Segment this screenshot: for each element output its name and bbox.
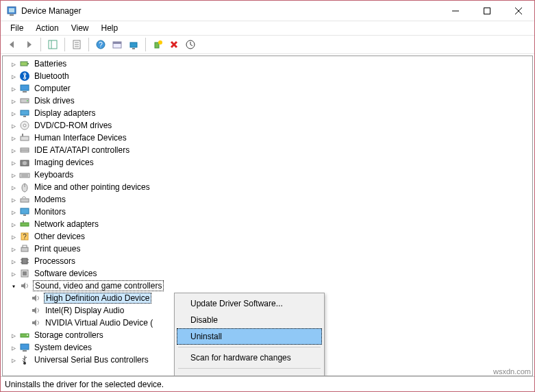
ctx-disable[interactable]: Disable <box>177 312 322 328</box>
close-button[interactable] <box>503 1 534 21</box>
tree-item-hid[interactable]: ▷Human Interface Devices <box>3 132 532 144</box>
tree-item-batteries[interactable]: ▷Batteries <box>3 58 532 70</box>
menu-action[interactable]: Action <box>30 22 64 34</box>
tree-item-processors[interactable]: ▷Processors <box>3 255 532 267</box>
menu-view[interactable]: View <box>66 22 95 34</box>
add-legacy-hardware-button[interactable] <box>150 37 165 52</box>
chevron-down-icon[interactable]: ▾ <box>8 282 19 290</box>
svg-rect-44 <box>21 199 29 202</box>
tree-item-disk-drives[interactable]: ▷Disk drives <box>3 95 532 107</box>
chevron-right-icon[interactable]: ▷ <box>8 159 19 167</box>
chevron-right-icon[interactable]: ▷ <box>8 332 19 339</box>
chevron-right-icon[interactable]: ▷ <box>8 208 19 216</box>
svg-rect-46 <box>23 215 26 216</box>
uninstall-button[interactable] <box>166 37 182 52</box>
svg-rect-51 <box>21 247 28 252</box>
software-device-icon <box>19 268 30 279</box>
tree-item-label: Imaging devices <box>33 158 95 167</box>
tree-item-software-devices[interactable]: ▷Software devices <box>3 267 532 280</box>
chevron-right-icon[interactable]: ▷ <box>8 196 19 204</box>
tree-item-mice[interactable]: ▷Mice and other pointing devices <box>3 181 532 193</box>
svg-rect-23 <box>27 63 29 64</box>
scan-hardware-button[interactable] <box>126 37 141 52</box>
chevron-right-icon[interactable]: ▷ <box>8 171 19 179</box>
chevron-right-icon[interactable]: ▷ <box>8 344 19 352</box>
menubar: File Action View Help <box>1 21 534 35</box>
tree-item-ide[interactable]: ▷IDE ATA/ATAPI controllers <box>3 144 532 156</box>
chevron-right-icon[interactable]: ▷ <box>8 356 19 364</box>
chevron-right-icon[interactable]: ▷ <box>8 258 19 265</box>
svg-point-28 <box>27 100 28 101</box>
tree-item-other[interactable]: ▷?Other devices <box>3 230 532 243</box>
svg-rect-52 <box>23 245 27 247</box>
chevron-right-icon[interactable]: ▷ <box>8 97 19 105</box>
chevron-right-icon[interactable]: ▷ <box>8 73 19 80</box>
svg-rect-48 <box>23 221 24 223</box>
ctx-update-driver[interactable]: Update Driver Software... <box>177 295 322 312</box>
chevron-right-icon[interactable]: ▷ <box>8 221 19 228</box>
properties-button[interactable] <box>69 37 84 52</box>
ide-icon <box>19 145 30 156</box>
svg-rect-19 <box>155 42 159 48</box>
keyboard-icon <box>19 169 30 180</box>
tree-item-label: NVIDIA Virtual Audio Device ( <box>44 318 154 328</box>
chevron-right-icon[interactable]: ▷ <box>8 110 19 117</box>
forward-button[interactable] <box>21 37 36 52</box>
menu-help[interactable]: Help <box>96 22 124 34</box>
tree-item-label: IDE ATA/ATAPI controllers <box>33 145 131 155</box>
help-button[interactable]: ? <box>93 37 108 52</box>
other-device-icon: ? <box>19 231 30 242</box>
tree-item-label: Disk drives <box>33 96 76 106</box>
toolbar-separator <box>64 38 65 51</box>
hid-icon <box>19 132 30 143</box>
tree-item-sound[interactable]: ▾Sound, video and game controllers <box>3 280 532 292</box>
svg-point-61 <box>27 334 28 336</box>
statusbar: Uninstalls the driver for the selected d… <box>1 376 534 391</box>
speaker-icon <box>30 293 41 304</box>
tree-item-print-queues[interactable]: ▷Print queues <box>3 243 532 255</box>
ctx-properties[interactable]: Properties <box>177 371 322 376</box>
svg-rect-47 <box>21 223 29 226</box>
svg-rect-25 <box>21 85 29 90</box>
back-button[interactable] <box>5 37 20 52</box>
tree-item-network[interactable]: ▷Network adapters <box>3 218 532 230</box>
tree-item-computer[interactable]: ▷Computer <box>3 82 532 95</box>
svg-point-64 <box>23 362 26 365</box>
ctx-separator <box>178 347 321 347</box>
menu-file[interactable]: File <box>5 22 29 34</box>
tree-item-label: Bluetooth <box>33 71 71 81</box>
chevron-right-icon[interactable]: ▷ <box>8 122 19 130</box>
svg-rect-26 <box>23 91 27 93</box>
tree-item-keyboards[interactable]: ▷Keyboards <box>3 169 532 181</box>
monitor-icon <box>19 206 30 217</box>
toolbar-button-1[interactable] <box>110 37 125 52</box>
chevron-right-icon[interactable]: ▷ <box>8 85 19 93</box>
tree-item-display-adapters[interactable]: ▷Display adapters <box>3 107 532 119</box>
usb-icon <box>19 354 30 365</box>
speaker-icon <box>30 317 41 328</box>
chevron-right-icon[interactable]: ▷ <box>8 134 19 142</box>
chevron-right-icon[interactable]: ▷ <box>8 184 19 191</box>
chevron-right-icon[interactable]: ▷ <box>8 147 19 154</box>
ctx-uninstall[interactable]: Uninstall <box>177 328 322 345</box>
display-adapter-icon <box>19 108 30 119</box>
chevron-right-icon[interactable]: ▷ <box>8 245 19 253</box>
svg-rect-33 <box>21 136 29 140</box>
tree-item-monitors[interactable]: ▷Monitors <box>3 206 532 218</box>
tree-item-label: Batteries <box>33 59 68 69</box>
minimize-button[interactable] <box>440 1 471 21</box>
tree-item-bluetooth[interactable]: ▷Bluetooth <box>3 70 532 82</box>
chevron-right-icon[interactable]: ▷ <box>8 60 19 68</box>
chevron-right-icon[interactable]: ▷ <box>8 233 19 241</box>
tree-item-dvd-cd[interactable]: ▷DVD/CD-ROM drives <box>3 119 532 132</box>
tree-item-label: Mice and other pointing devices <box>33 182 151 192</box>
tree-item-label: High Definition Audio Device <box>44 293 151 304</box>
tree-item-modems[interactable]: ▷Modems <box>3 193 532 206</box>
device-tree-area[interactable]: ▷Batteries ▷Bluetooth ▷Computer ▷Disk dr… <box>2 56 533 376</box>
maximize-button[interactable] <box>471 1 503 21</box>
show-hide-console-tree-button[interactable] <box>45 37 60 52</box>
tree-item-imaging[interactable]: ▷Imaging devices <box>3 156 532 169</box>
ctx-scan-hardware[interactable]: Scan for hardware changes <box>177 350 322 366</box>
update-driver-button[interactable] <box>183 37 198 52</box>
chevron-right-icon[interactable]: ▷ <box>8 270 19 278</box>
